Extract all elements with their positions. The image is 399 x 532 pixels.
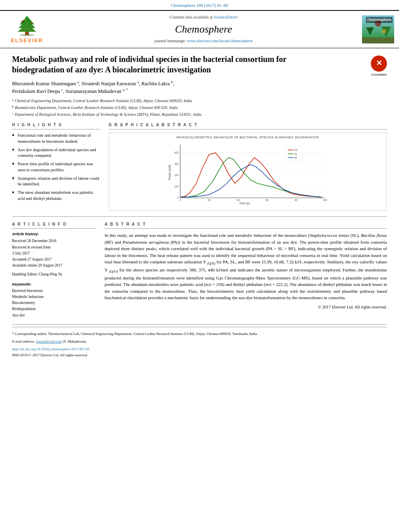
svg-rect-13 — [362, 37, 394, 43]
journal-title-area: Contents lists available at ScienceDirec… — [49, 14, 358, 44]
journal-header: ELSEVIER Contents lists available at Sci… — [0, 10, 399, 48]
affiliations: a Chemical Engineering Department, Centr… — [12, 98, 364, 117]
article-info-section: A R T I C L E I N F O Article history: R… — [12, 222, 97, 318]
svg-rect-7 — [25, 18, 26, 20]
keyword-item: Metabolic behaviour — [12, 294, 97, 300]
affiliation-c: c Department of Biological Sciences, Bir… — [12, 111, 364, 117]
email-link[interactable]: msurit@vsnl.com — [36, 339, 62, 343]
keywords-label: Keywords: — [12, 281, 97, 287]
abstract-text: In this study, an attempt was made to in… — [105, 232, 387, 301]
svg-rect-6 — [31, 23, 33, 25]
crossmark-label: CrossMark — [371, 72, 387, 77]
title-authors-area: Metabolic pathway and role of individual… — [12, 54, 364, 123]
journal-ref-text: Chemosphere 188 (2017) 81–89 — [171, 3, 228, 8]
elsevier-logo: ELSEVIER — [5, 14, 49, 44]
journal-name: Chemosphere — [49, 22, 358, 37]
svg-text:SL: SL — [294, 153, 298, 155]
svg-point-12 — [382, 29, 386, 33]
highlights-list: Functional role and metabolic behaviour … — [12, 133, 101, 201]
revised-label: Received in revised form — [12, 244, 97, 251]
main-content: Metabolic pathway and role of individual… — [0, 48, 399, 368]
affiliation-b: b Biomaterials Department, Central Leath… — [12, 105, 364, 111]
title-row: Metabolic pathway and role of individual… — [12, 54, 387, 123]
highlight-item: Azo dye degradation of individual specie… — [12, 147, 101, 159]
journal-reference: Chemosphere 188 (2017) 81–89 — [0, 0, 399, 10]
handling-editor: Handling Editor: Chang-Ping Yu — [12, 272, 97, 277]
abstract-heading: A B S T R A C T — [105, 222, 387, 229]
highlight-item: Functional role and metabolic behaviour … — [12, 133, 101, 144]
article-title: Metabolic pathway and role of individual… — [12, 54, 314, 75]
svg-text:200: 200 — [174, 174, 179, 177]
received-date: Received 20 December 2016 — [12, 238, 97, 244]
journal-thumbnail: Chemosphere — [358, 15, 394, 43]
svg-text:BF: BF — [294, 156, 298, 159]
highlight-item: Synergistic relation and division of lab… — [12, 176, 101, 187]
science-direct-text: Contents lists available at ScienceDirec… — [49, 14, 358, 21]
elsevier-logo-area: ELSEVIER — [5, 14, 49, 44]
graphical-abstract-chart: MICROCALORIMETRIC BEHAVIOUR OF BACTERIAL… — [109, 133, 387, 211]
predicted-word: predicted — [105, 282, 121, 287]
abstract-copyright: © 2017 Elsevier Ltd. All rights reserved… — [105, 304, 387, 310]
svg-text:0: 0 — [179, 199, 181, 201]
article-info-abstract-row: A R T I C L E I N F O Article history: R… — [12, 216, 387, 318]
svg-text:100: 100 — [323, 199, 327, 201]
svg-text:PA: PA — [294, 149, 298, 151]
doi-link[interactable]: http://dx.doi.org/10.1016/j.chemosphere.… — [12, 347, 89, 351]
svg-text:40: 40 — [237, 199, 240, 201]
svg-text:60: 60 — [265, 199, 269, 201]
highlights-heading: H I G H L I G H T S — [12, 122, 101, 129]
accepted-date: Accepted 27 August 2017 — [12, 257, 97, 263]
keyword-item: Biocalorimetry — [12, 300, 97, 306]
article-history-label: Article history: — [12, 231, 97, 236]
keyword-item: Biodegradation — [12, 306, 97, 312]
journal-homepage: journal homepage: www.elsevier.com/locat… — [49, 38, 358, 44]
article-history-dates: Received 20 December 2016 Received in re… — [12, 238, 97, 269]
footer-section: * Corresponding author. Thermochemical L… — [12, 327, 387, 362]
svg-text:100: 100 — [174, 185, 179, 188]
crossmark-icon: ✕ — [371, 55, 387, 72]
crossmark-badge[interactable]: ✕ CrossMark — [371, 55, 387, 77]
highlight-item: Power time profile of individual species… — [12, 161, 101, 173]
svg-text:80: 80 — [294, 199, 298, 201]
keyword-item: Bacterial biocenosis — [12, 288, 97, 294]
abstract-section: A B S T R A C T In this study, an attemp… — [105, 222, 387, 318]
highlight-item: The most abundant metabolism was palmiti… — [12, 190, 101, 201]
footer-divider — [12, 324, 387, 325]
svg-text:400: 400 — [174, 151, 179, 154]
keywords-list: Bacterial biocenosis Metabolic behaviour… — [12, 288, 97, 318]
graphical-abstract-section: G R A P H I C A L A B S T R A C T MICROC… — [109, 122, 387, 211]
revised-date: 3 July 2017 — [12, 251, 97, 257]
elsevier-tree-icon — [13, 14, 41, 36]
article-info-heading: A R T I C L E I N F O — [12, 222, 97, 229]
cover-journal-name: Chemosphere — [366, 17, 393, 23]
available-online: Available online 29 August 2017 — [12, 263, 97, 269]
affiliation-a: a Chemical Engineering Department, Centr… — [12, 98, 364, 104]
graphical-abstract-heading: G R A P H I C A L A B S T R A C T — [109, 122, 387, 129]
doi-line: http://dx.doi.org/10.1016/j.chemosphere.… — [12, 347, 387, 352]
svg-text:20: 20 — [208, 199, 211, 201]
email-line: E-mail address: msurit@vsnl.com (S. Maha… — [12, 339, 387, 344]
svg-text:300: 300 — [174, 162, 179, 165]
footer-copyright: 0045-6535/© 2017 Elsevier Ltd. All right… — [12, 353, 387, 358]
elsevier-wordmark: ELSEVIER — [11, 37, 43, 44]
highlights-section: H I G H L I G H T S Functional role and … — [12, 122, 101, 211]
power-time-chart: Power (μW) Time (h) 0 100 200 300 400 0 — [111, 142, 384, 206]
corresponding-author-note: * Corresponding author. Thermochemical L… — [12, 331, 387, 337]
chart-title: MICROCALORIMETRIC BEHAVIOUR OF BACTERIAL… — [111, 136, 384, 140]
journal-url[interactable]: www.elsevier.com/locate/chemosphere — [187, 39, 253, 43]
svg-rect-5 — [21, 21, 23, 23]
svg-text:Power (μW): Power (μW) — [168, 165, 171, 180]
journal-cover-art: Chemosphere — [362, 15, 394, 43]
authors-line: Bhuvanesh Kumar Shanmugam a, Sivanesh Na… — [12, 80, 364, 96]
svg-point-1 — [20, 34, 35, 37]
svg-text:0: 0 — [177, 196, 179, 199]
journal-cover-image: Chemosphere — [362, 15, 394, 43]
svg-text:Time (h): Time (h) — [239, 201, 250, 205]
highlights-graphical-row: H I G H L I G H T S Functional role and … — [12, 122, 387, 211]
science-direct-link[interactable]: ScienceDirect — [214, 15, 238, 19]
keyword-item: Azo dye — [12, 312, 97, 318]
